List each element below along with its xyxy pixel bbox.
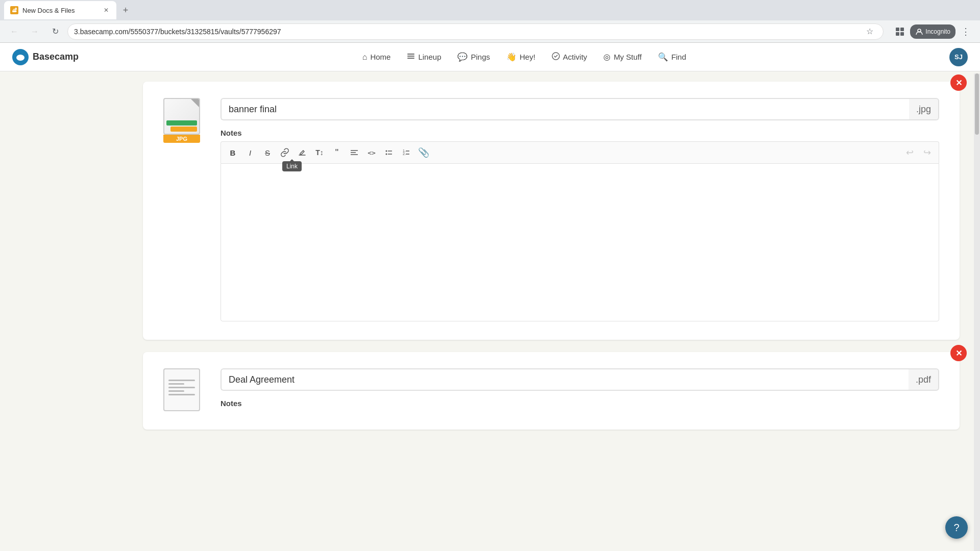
find-icon: 🔍 [658,52,668,62]
active-tab[interactable]: 🏕 New Docs & Files ✕ [4,1,116,19]
svg-text:2.: 2. [403,152,406,156]
svg-point-13 [386,151,387,152]
upload-card-1: ✕ [143,82,960,340]
scroll-track[interactable] [974,73,980,551]
extensions-icon[interactable] [892,23,908,40]
italic-button-1[interactable]: I [242,145,258,160]
svg-rect-7 [407,56,414,57]
url-text: 3.basecamp.com/5550377/buckets/31325815/… [74,28,863,36]
svg-rect-2 [896,32,899,36]
tab-favicon: 🏕 [10,6,18,14]
nav-hey[interactable]: 👋 Hey! [498,48,544,66]
svg-rect-6 [407,54,414,55]
forward-button[interactable]: → [27,23,43,40]
bold-button-1[interactable]: B [225,145,240,160]
jpg-icon: JPG [163,98,200,143]
new-tab-button[interactable]: + [118,3,133,17]
jpg-icon-body [163,98,200,135]
nav-hey-label: Hey! [520,53,535,61]
basecamp-logo[interactable]: Basecamp [12,49,79,65]
nav-find-label: Find [671,53,686,61]
bookmark-icon[interactable]: ☆ [863,24,877,39]
user-avatar[interactable]: SJ [949,48,968,66]
filename-input-1[interactable] [220,98,909,120]
scroll-thumb[interactable] [975,73,979,135]
page-area: ✕ [0,71,980,549]
highlight-button-1[interactable] [295,145,310,160]
nav-activity-label: Activity [563,53,587,61]
nav-activity[interactable]: Activity [544,48,596,66]
align-button-1[interactable] [347,145,362,160]
pdf-icon-body [163,368,200,411]
jpg-file-icon: JPG [163,98,204,323]
nav-lineup[interactable]: Lineup [399,48,449,66]
jpg-color-bars [166,120,197,132]
tab-bar: 🏕 New Docs & Files ✕ + [0,0,980,20]
notes-label-2: Notes [220,399,939,408]
nav-pings-label: Pings [471,53,490,61]
help-button[interactable]: ? [945,516,968,539]
main-navigation: ⌂ Home Lineup 💬 Pings 👋 Hey! [99,48,949,66]
pdf-line-5 [168,394,195,395]
reload-button[interactable]: ↻ [47,23,63,40]
activity-icon [552,52,560,62]
svg-point-15 [386,154,387,155]
lineup-icon [407,52,415,62]
redo-button-1[interactable]: ↪ [919,145,935,160]
mystuff-icon: ◎ [603,52,610,62]
attach-button-1[interactable]: 📎 [416,145,431,160]
jpg-green-bar [166,120,197,126]
nav-pings[interactable]: 💬 Pings [449,48,498,66]
heading-button-1[interactable]: T↕ [312,145,327,160]
filename-row-1: .jpg [220,98,939,120]
filename-row-2: .pdf [220,368,939,391]
incognito-badge: Incognito [910,24,955,39]
quote-button-1[interactable]: " [329,145,345,160]
filename-input-2[interactable] [220,368,909,391]
svg-rect-0 [896,28,899,31]
pdf-file-icon [163,368,204,413]
card-2-inner: .pdf Notes [163,368,939,413]
pings-icon: 💬 [457,52,468,62]
pdf-line-1 [168,380,195,381]
tab-title: New Docs & Files [22,7,98,14]
pdf-icon [163,368,200,413]
incognito-label: Incognito [925,28,950,35]
home-icon: ⌂ [362,53,368,62]
sidebar [0,71,122,549]
card-1-form: .jpg Notes B I S Link [220,98,939,323]
filename-ext-2: .pdf [909,368,939,391]
card-2-form: .pdf Notes [220,368,939,413]
notes-label-1: Notes [220,129,939,137]
browser-actions: Incognito ⋮ [892,23,974,40]
notes-editor-1[interactable] [220,163,939,321]
browser-menu-button[interactable]: ⋮ [958,23,974,40]
pdf-lines [164,369,199,399]
hey-icon: 👋 [506,52,517,62]
filename-ext-1: .jpg [909,98,939,120]
pdf-line-2 [168,383,184,385]
link-button-1[interactable] [277,145,292,160]
code-button-1[interactable]: <> [364,145,379,160]
svg-rect-1 [900,28,904,31]
url-bar[interactable]: 3.basecamp.com/5550377/buckets/31325815/… [67,23,884,40]
back-button[interactable]: ← [6,23,22,40]
jpg-fold [191,99,199,107]
close-card-1-button[interactable]: ✕ [950,74,967,91]
nav-mystuff[interactable]: ◎ My Stuff [595,48,650,66]
bullet-button-1[interactable] [381,145,397,160]
nav-lineup-label: Lineup [418,53,441,61]
tab-close-button[interactable]: ✕ [102,6,110,14]
basecamp-header: Basecamp ⌂ Home Lineup 💬 Pings [0,43,980,71]
strikethrough-button-1[interactable]: S [260,145,275,160]
close-card-2-button[interactable]: ✕ [950,345,967,361]
nav-home[interactable]: ⌂ Home [354,48,399,66]
svg-rect-8 [407,58,414,59]
undo-button-1[interactable]: ↩ [902,145,917,160]
card-1-inner: JPG .jpg Notes B I [163,98,939,323]
nav-mystuff-label: My Stuff [614,53,642,61]
nav-find[interactable]: 🔍 Find [650,48,694,66]
logo-icon [12,49,29,65]
pdf-line-3 [168,387,195,388]
numbered-button-1[interactable]: 1.2. [399,145,414,160]
